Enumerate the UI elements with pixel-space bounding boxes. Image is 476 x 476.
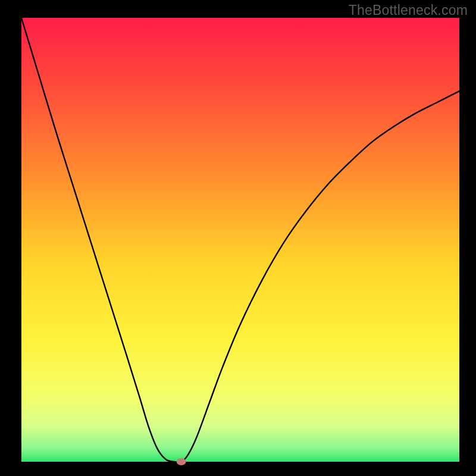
plot-background — [21, 18, 459, 462]
minimum-marker — [177, 458, 186, 465]
chart-frame: TheBottleneck.com — [0, 0, 476, 476]
watermark-text: TheBottleneck.com — [349, 2, 468, 18]
bottleneck-chart — [0, 0, 476, 476]
